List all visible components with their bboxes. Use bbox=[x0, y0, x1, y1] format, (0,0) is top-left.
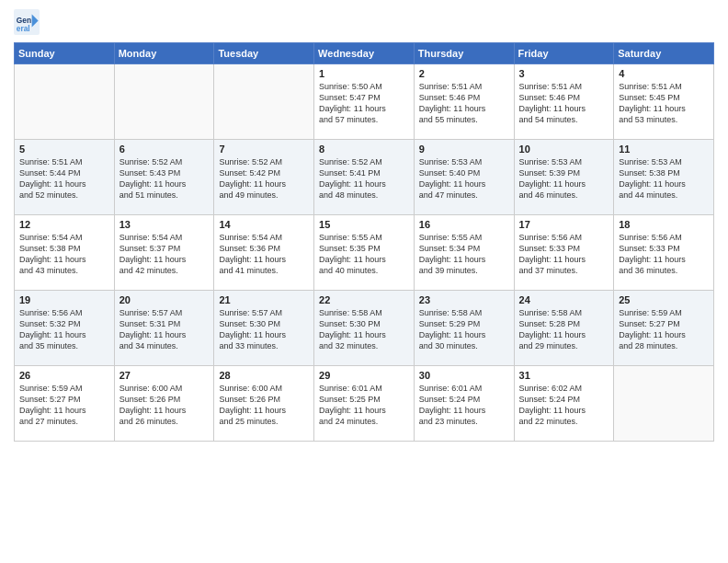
calendar-cell: 31Sunrise: 6:02 AM Sunset: 5:24 PM Dayli… bbox=[514, 366, 614, 442]
day-number: 8 bbox=[319, 144, 409, 155]
day-number: 11 bbox=[619, 144, 709, 155]
calendar-cell: 4Sunrise: 5:51 AM Sunset: 5:45 PM Daylig… bbox=[614, 64, 714, 140]
day-info: Sunrise: 5:55 AM Sunset: 5:34 PM Dayligh… bbox=[419, 232, 509, 277]
day-info: Sunrise: 6:00 AM Sunset: 5:26 PM Dayligh… bbox=[119, 383, 210, 428]
day-number: 17 bbox=[519, 219, 609, 230]
day-info: Sunrise: 5:51 AM Sunset: 5:45 PM Dayligh… bbox=[619, 81, 709, 126]
day-number: 22 bbox=[319, 294, 409, 305]
calendar-cell: 28Sunrise: 6:00 AM Sunset: 5:26 PM Dayli… bbox=[214, 366, 314, 442]
calendar-cell: 14Sunrise: 5:54 AM Sunset: 5:36 PM Dayli… bbox=[214, 215, 314, 291]
calendar-cell: 6Sunrise: 5:52 AM Sunset: 5:43 PM Daylig… bbox=[114, 140, 214, 215]
day-number: 26 bbox=[19, 370, 109, 381]
weekday-header: Monday bbox=[114, 43, 214, 64]
day-info: Sunrise: 5:58 AM Sunset: 5:28 PM Dayligh… bbox=[519, 307, 609, 352]
day-number: 18 bbox=[619, 219, 709, 230]
calendar-cell bbox=[114, 64, 214, 140]
calendar-cell: 3Sunrise: 5:51 AM Sunset: 5:46 PM Daylig… bbox=[514, 64, 614, 140]
weekday-header: Friday bbox=[514, 43, 614, 64]
day-info: Sunrise: 5:56 AM Sunset: 5:33 PM Dayligh… bbox=[619, 232, 709, 277]
day-info: Sunrise: 5:59 AM Sunset: 5:27 PM Dayligh… bbox=[619, 307, 709, 352]
day-info: Sunrise: 5:52 AM Sunset: 5:41 PM Dayligh… bbox=[319, 156, 409, 201]
day-number: 10 bbox=[519, 144, 609, 155]
day-number: 28 bbox=[219, 370, 309, 381]
day-info: Sunrise: 5:53 AM Sunset: 5:38 PM Dayligh… bbox=[619, 156, 709, 201]
calendar-cell: 9Sunrise: 5:53 AM Sunset: 5:40 PM Daylig… bbox=[414, 140, 514, 215]
day-info: Sunrise: 5:50 AM Sunset: 5:47 PM Dayligh… bbox=[319, 81, 409, 126]
day-number: 20 bbox=[119, 294, 210, 305]
calendar-cell: 30Sunrise: 6:01 AM Sunset: 5:24 PM Dayli… bbox=[414, 366, 514, 442]
weekday-header: Thursday bbox=[414, 43, 514, 64]
day-info: Sunrise: 5:51 AM Sunset: 5:44 PM Dayligh… bbox=[19, 156, 109, 201]
calendar-cell: 17Sunrise: 5:56 AM Sunset: 5:33 PM Dayli… bbox=[514, 215, 614, 291]
calendar-cell: 11Sunrise: 5:53 AM Sunset: 5:38 PM Dayli… bbox=[614, 140, 714, 215]
calendar-cell: 10Sunrise: 5:53 AM Sunset: 5:39 PM Dayli… bbox=[514, 140, 614, 215]
calendar-cell: 2Sunrise: 5:51 AM Sunset: 5:46 PM Daylig… bbox=[414, 64, 514, 140]
calendar-cell: 20Sunrise: 5:57 AM Sunset: 5:31 PM Dayli… bbox=[114, 291, 214, 366]
weekday-header: Saturday bbox=[614, 43, 714, 64]
svg-text:eral: eral bbox=[17, 24, 30, 33]
day-info: Sunrise: 5:53 AM Sunset: 5:40 PM Dayligh… bbox=[419, 156, 509, 201]
calendar-cell: 13Sunrise: 5:54 AM Sunset: 5:37 PM Dayli… bbox=[114, 215, 214, 291]
calendar-cell: 21Sunrise: 5:57 AM Sunset: 5:30 PM Dayli… bbox=[214, 291, 314, 366]
day-info: Sunrise: 5:56 AM Sunset: 5:33 PM Dayligh… bbox=[519, 232, 609, 277]
day-number: 16 bbox=[419, 219, 509, 230]
calendar-cell: 25Sunrise: 5:59 AM Sunset: 5:27 PM Dayli… bbox=[614, 291, 714, 366]
calendar-cell: 1Sunrise: 5:50 AM Sunset: 5:47 PM Daylig… bbox=[314, 64, 415, 140]
calendar-week-row: 26Sunrise: 5:59 AM Sunset: 5:27 PM Dayli… bbox=[15, 366, 714, 442]
day-info: Sunrise: 6:00 AM Sunset: 5:26 PM Dayligh… bbox=[219, 383, 309, 428]
day-number: 29 bbox=[319, 370, 409, 381]
day-number: 31 bbox=[519, 370, 609, 381]
day-info: Sunrise: 6:01 AM Sunset: 5:25 PM Dayligh… bbox=[319, 383, 409, 428]
day-info: Sunrise: 6:02 AM Sunset: 5:24 PM Dayligh… bbox=[519, 383, 609, 428]
calendar-cell: 16Sunrise: 5:55 AM Sunset: 5:34 PM Dayli… bbox=[414, 215, 514, 291]
calendar-week-row: 19Sunrise: 5:56 AM Sunset: 5:32 PM Dayli… bbox=[15, 291, 714, 366]
calendar-cell bbox=[614, 366, 714, 442]
calendar-cell: 12Sunrise: 5:54 AM Sunset: 5:38 PM Dayli… bbox=[15, 215, 115, 291]
page: Gen eral SundayMondayTuesdayWednesdayThu… bbox=[0, 0, 728, 563]
calendar-cell bbox=[214, 64, 314, 140]
day-number: 9 bbox=[419, 144, 509, 155]
calendar-cell bbox=[15, 64, 115, 140]
weekday-header: Sunday bbox=[15, 43, 115, 64]
day-info: Sunrise: 5:56 AM Sunset: 5:32 PM Dayligh… bbox=[19, 307, 109, 352]
day-number: 24 bbox=[519, 294, 609, 305]
calendar-cell: 8Sunrise: 5:52 AM Sunset: 5:41 PM Daylig… bbox=[314, 140, 415, 215]
calendar-cell: 19Sunrise: 5:56 AM Sunset: 5:32 PM Dayli… bbox=[15, 291, 115, 366]
calendar-cell: 24Sunrise: 5:58 AM Sunset: 5:28 PM Dayli… bbox=[514, 291, 614, 366]
day-number: 25 bbox=[619, 294, 709, 305]
day-number: 6 bbox=[119, 144, 210, 155]
day-info: Sunrise: 5:58 AM Sunset: 5:29 PM Dayligh… bbox=[419, 307, 509, 352]
day-number: 30 bbox=[419, 370, 509, 381]
day-number: 15 bbox=[319, 219, 409, 230]
weekday-header: Wednesday bbox=[314, 43, 415, 64]
calendar-week-row: 12Sunrise: 5:54 AM Sunset: 5:38 PM Dayli… bbox=[15, 215, 714, 291]
day-info: Sunrise: 6:01 AM Sunset: 5:24 PM Dayligh… bbox=[419, 383, 509, 428]
day-info: Sunrise: 5:54 AM Sunset: 5:36 PM Dayligh… bbox=[219, 232, 309, 277]
weekday-header-row: SundayMondayTuesdayWednesdayThursdayFrid… bbox=[15, 43, 714, 64]
calendar-week-row: 5Sunrise: 5:51 AM Sunset: 5:44 PM Daylig… bbox=[15, 140, 714, 215]
calendar-cell: 27Sunrise: 6:00 AM Sunset: 5:26 PM Dayli… bbox=[114, 366, 214, 442]
calendar-table: SundayMondayTuesdayWednesdayThursdayFrid… bbox=[14, 42, 714, 442]
day-number: 2 bbox=[419, 68, 509, 79]
day-info: Sunrise: 5:57 AM Sunset: 5:31 PM Dayligh… bbox=[119, 307, 210, 352]
calendar-cell: 23Sunrise: 5:58 AM Sunset: 5:29 PM Dayli… bbox=[414, 291, 514, 366]
day-info: Sunrise: 5:52 AM Sunset: 5:43 PM Dayligh… bbox=[119, 156, 210, 201]
day-number: 21 bbox=[219, 294, 309, 305]
logo-icon: Gen eral bbox=[14, 9, 40, 35]
calendar-cell: 7Sunrise: 5:52 AM Sunset: 5:42 PM Daylig… bbox=[214, 140, 314, 215]
day-info: Sunrise: 5:55 AM Sunset: 5:35 PM Dayligh… bbox=[319, 232, 409, 277]
day-number: 23 bbox=[419, 294, 509, 305]
day-info: Sunrise: 5:58 AM Sunset: 5:30 PM Dayligh… bbox=[319, 307, 409, 352]
calendar-cell: 26Sunrise: 5:59 AM Sunset: 5:27 PM Dayli… bbox=[15, 366, 115, 442]
day-number: 12 bbox=[19, 219, 109, 230]
day-info: Sunrise: 5:53 AM Sunset: 5:39 PM Dayligh… bbox=[519, 156, 609, 201]
calendar-cell: 18Sunrise: 5:56 AM Sunset: 5:33 PM Dayli… bbox=[614, 215, 714, 291]
header: Gen eral bbox=[14, 9, 714, 35]
day-info: Sunrise: 5:59 AM Sunset: 5:27 PM Dayligh… bbox=[19, 383, 109, 428]
day-number: 27 bbox=[119, 370, 210, 381]
day-info: Sunrise: 5:52 AM Sunset: 5:42 PM Dayligh… bbox=[219, 156, 309, 201]
logo: Gen eral bbox=[14, 9, 43, 35]
day-info: Sunrise: 5:57 AM Sunset: 5:30 PM Dayligh… bbox=[219, 307, 309, 352]
calendar-cell: 22Sunrise: 5:58 AM Sunset: 5:30 PM Dayli… bbox=[314, 291, 415, 366]
day-info: Sunrise: 5:51 AM Sunset: 5:46 PM Dayligh… bbox=[419, 81, 509, 126]
